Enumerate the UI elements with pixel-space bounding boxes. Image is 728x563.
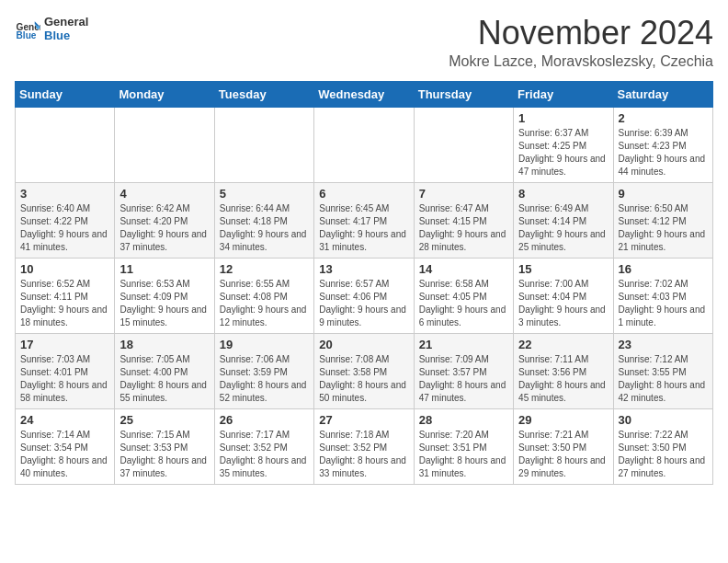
week-row-4: 24Sunrise: 7:14 AM Sunset: 3:54 PM Dayli… — [16, 408, 713, 484]
week-row-2: 10Sunrise: 6:52 AM Sunset: 4:11 PM Dayli… — [16, 258, 713, 333]
day-info: Sunrise: 6:58 AM Sunset: 4:05 PM Dayligh… — [419, 278, 508, 329]
day-number: 11 — [119, 262, 209, 276]
calendar-cell: 21Sunrise: 7:09 AM Sunset: 3:57 PM Dayli… — [414, 333, 513, 408]
calendar-cell: 6Sunrise: 6:45 AM Sunset: 4:17 PM Daylig… — [314, 182, 414, 258]
calendar-cell: 7Sunrise: 6:47 AM Sunset: 4:15 PM Daylig… — [414, 182, 513, 258]
day-number: 6 — [319, 187, 408, 201]
day-number: 10 — [20, 262, 109, 276]
day-info: Sunrise: 6:37 AM Sunset: 4:25 PM Dayligh… — [518, 127, 608, 178]
logo-icon: General Blue — [15, 16, 40, 41]
header-row: SundayMondayTuesdayWednesdayThursdayFrid… — [16, 81, 713, 107]
title-block: November 2024 Mokre Lazce, Moravskoslezs… — [449, 15, 713, 70]
logo-general: General — [44, 15, 88, 29]
calendar-cell — [314, 107, 414, 182]
day-info: Sunrise: 7:21 AM Sunset: 3:50 PM Dayligh… — [518, 429, 608, 480]
day-info: Sunrise: 6:47 AM Sunset: 4:15 PM Dayligh… — [419, 202, 508, 254]
day-number: 9 — [619, 187, 708, 201]
calendar-cell — [115, 107, 214, 182]
day-info: Sunrise: 7:00 AM Sunset: 4:04 PM Dayligh… — [518, 278, 608, 329]
day-info: Sunrise: 7:12 AM Sunset: 3:55 PM Dayligh… — [619, 353, 708, 405]
calendar-cell — [16, 107, 115, 182]
calendar-cell: 3Sunrise: 6:40 AM Sunset: 4:22 PM Daylig… — [16, 182, 115, 258]
calendar-cell: 12Sunrise: 6:55 AM Sunset: 4:08 PM Dayli… — [214, 258, 313, 333]
calendar-cell: 11Sunrise: 6:53 AM Sunset: 4:09 PM Dayli… — [115, 258, 214, 333]
day-number: 2 — [619, 111, 708, 125]
calendar-cell: 4Sunrise: 6:42 AM Sunset: 4:20 PM Daylig… — [115, 182, 214, 258]
day-info: Sunrise: 6:40 AM Sunset: 4:22 PM Dayligh… — [20, 202, 109, 254]
header-saturday: Saturday — [613, 81, 712, 107]
day-info: Sunrise: 6:55 AM Sunset: 4:08 PM Dayligh… — [220, 278, 309, 329]
page-header: General Blue General Blue November 2024 … — [15, 15, 713, 70]
day-number: 12 — [220, 262, 309, 276]
calendar-cell — [414, 107, 513, 182]
svg-text:Blue: Blue — [17, 30, 37, 40]
day-info: Sunrise: 7:20 AM Sunset: 3:51 PM Dayligh… — [419, 429, 508, 480]
day-info: Sunrise: 6:50 AM Sunset: 4:12 PM Dayligh… — [619, 202, 708, 254]
calendar-cell: 15Sunrise: 7:00 AM Sunset: 4:04 PM Dayli… — [514, 258, 613, 333]
calendar-cell: 26Sunrise: 7:17 AM Sunset: 3:52 PM Dayli… — [214, 408, 313, 484]
day-number: 25 — [119, 413, 209, 427]
day-number: 1 — [518, 111, 608, 125]
calendar-title: November 2024 — [449, 15, 713, 52]
calendar-cell: 19Sunrise: 7:06 AM Sunset: 3:59 PM Dayli… — [214, 333, 313, 408]
day-info: Sunrise: 6:52 AM Sunset: 4:11 PM Dayligh… — [20, 278, 109, 329]
day-number: 27 — [319, 413, 408, 427]
day-number: 20 — [319, 338, 408, 351]
day-number: 4 — [119, 187, 209, 201]
calendar-cell: 30Sunrise: 7:22 AM Sunset: 3:50 PM Dayli… — [613, 408, 712, 484]
day-info: Sunrise: 7:08 AM Sunset: 3:58 PM Dayligh… — [319, 353, 408, 405]
day-info: Sunrise: 7:06 AM Sunset: 3:59 PM Dayligh… — [220, 353, 309, 405]
day-number: 5 — [220, 187, 309, 201]
day-number: 14 — [419, 262, 508, 276]
day-info: Sunrise: 7:15 AM Sunset: 3:53 PM Dayligh… — [119, 429, 209, 480]
calendar-body: 1Sunrise: 6:37 AM Sunset: 4:25 PM Daylig… — [16, 107, 713, 484]
day-number: 3 — [20, 187, 109, 201]
day-info: Sunrise: 7:05 AM Sunset: 4:00 PM Dayligh… — [119, 353, 209, 405]
day-info: Sunrise: 7:22 AM Sunset: 3:50 PM Dayligh… — [619, 429, 708, 480]
calendar-cell — [214, 107, 313, 182]
day-number: 23 — [619, 338, 708, 351]
calendar-header: SundayMondayTuesdayWednesdayThursdayFrid… — [16, 81, 713, 107]
day-info: Sunrise: 7:09 AM Sunset: 3:57 PM Dayligh… — [419, 353, 508, 405]
day-number: 26 — [220, 413, 309, 427]
day-number: 22 — [518, 338, 608, 351]
day-number: 18 — [119, 338, 209, 351]
day-number: 16 — [619, 262, 708, 276]
day-number: 8 — [518, 187, 608, 201]
week-row-1: 3Sunrise: 6:40 AM Sunset: 4:22 PM Daylig… — [16, 182, 713, 258]
calendar-cell: 18Sunrise: 7:05 AM Sunset: 4:00 PM Dayli… — [115, 333, 214, 408]
calendar-cell: 2Sunrise: 6:39 AM Sunset: 4:23 PM Daylig… — [613, 107, 712, 182]
header-friday: Friday — [514, 81, 613, 107]
day-number: 17 — [20, 338, 109, 351]
header-wednesday: Wednesday — [314, 81, 414, 107]
day-info: Sunrise: 7:18 AM Sunset: 3:52 PM Dayligh… — [319, 429, 408, 480]
day-info: Sunrise: 6:44 AM Sunset: 4:18 PM Dayligh… — [220, 202, 309, 254]
day-number: 24 — [20, 413, 109, 427]
day-number: 15 — [518, 262, 608, 276]
day-number: 7 — [419, 187, 508, 201]
calendar-table: SundayMondayTuesdayWednesdayThursdayFrid… — [15, 81, 713, 485]
day-number: 28 — [419, 413, 508, 427]
header-monday: Monday — [115, 81, 214, 107]
day-info: Sunrise: 7:11 AM Sunset: 3:56 PM Dayligh… — [518, 353, 608, 405]
header-thursday: Thursday — [414, 81, 513, 107]
calendar-cell: 25Sunrise: 7:15 AM Sunset: 3:53 PM Dayli… — [115, 408, 214, 484]
calendar-cell: 24Sunrise: 7:14 AM Sunset: 3:54 PM Dayli… — [16, 408, 115, 484]
day-number: 30 — [619, 413, 708, 427]
day-number: 29 — [518, 413, 608, 427]
day-number: 19 — [220, 338, 309, 351]
logo: General Blue General Blue — [15, 15, 88, 42]
calendar-subtitle: Mokre Lazce, Moravskoslezsky, Czechia — [449, 53, 713, 70]
day-info: Sunrise: 6:45 AM Sunset: 4:17 PM Dayligh… — [319, 202, 408, 254]
day-number: 13 — [319, 262, 408, 276]
day-info: Sunrise: 7:03 AM Sunset: 4:01 PM Dayligh… — [20, 353, 109, 405]
day-info: Sunrise: 6:42 AM Sunset: 4:20 PM Dayligh… — [119, 202, 209, 254]
calendar-cell: 22Sunrise: 7:11 AM Sunset: 3:56 PM Dayli… — [514, 333, 613, 408]
calendar-cell: 9Sunrise: 6:50 AM Sunset: 4:12 PM Daylig… — [613, 182, 712, 258]
calendar-cell: 14Sunrise: 6:58 AM Sunset: 4:05 PM Dayli… — [414, 258, 513, 333]
day-info: Sunrise: 7:17 AM Sunset: 3:52 PM Dayligh… — [220, 429, 309, 480]
calendar-cell: 8Sunrise: 6:49 AM Sunset: 4:14 PM Daylig… — [514, 182, 613, 258]
calendar-cell: 13Sunrise: 6:57 AM Sunset: 4:06 PM Dayli… — [314, 258, 414, 333]
day-info: Sunrise: 6:39 AM Sunset: 4:23 PM Dayligh… — [619, 127, 708, 178]
header-sunday: Sunday — [16, 81, 115, 107]
